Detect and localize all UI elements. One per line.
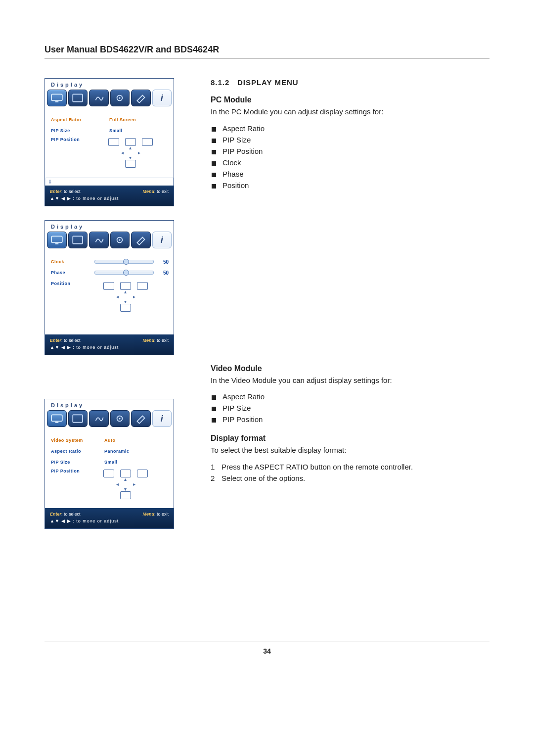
- video-module-heading: Video Module: [211, 364, 490, 373]
- slider-value: 50: [157, 270, 169, 276]
- osd-panel-video: Display i Video SystemAuto Aspect RatioP…: [44, 399, 174, 529]
- svg-point-4: [119, 97, 121, 98]
- list-item: PIP Size: [211, 402, 490, 414]
- osd-footer: Enter: to selectMenu: to exit ▲▼ ◀ ▶ : t…: [45, 334, 174, 355]
- tools-tab-icon: [131, 410, 151, 427]
- osd-title: Display: [45, 221, 174, 231]
- list-item: 2Select one of the options.: [211, 472, 490, 484]
- osd-footer: Enter: to selectMenu: to exit ▲▼ ◀ ▶ : t…: [45, 186, 174, 206]
- video-module-list: Aspect Ratio PIP Size PIP Position: [211, 391, 490, 425]
- svg-rect-5: [51, 236, 62, 242]
- row-label: Clock: [51, 259, 94, 264]
- list-item: Phase: [211, 168, 490, 180]
- scroll-down-icon: ⇩: [45, 178, 174, 186]
- osd-tabs: i: [45, 89, 174, 108]
- settings-tab-icon: [110, 232, 130, 248]
- list-item: 1Press the ASPECT RATIO button on the re…: [211, 461, 490, 472]
- osd-title: Display: [45, 79, 174, 89]
- display-format-heading: Display format: [211, 434, 490, 443]
- slider: [94, 260, 154, 264]
- picture-tab-icon: [68, 90, 88, 106]
- pip-position-widget: ◂ ▸ ▴ ▾: [103, 470, 148, 498]
- row-value: Panoramic: [104, 449, 130, 454]
- osd-panel-pc2: Display i Clock50 Phase50 Position: [44, 220, 174, 355]
- row-label: PIP Position: [51, 137, 94, 142]
- list-item: PIP Size: [211, 134, 490, 145]
- list-item: PIP Position: [211, 414, 490, 425]
- svg-rect-2: [73, 94, 83, 101]
- display-tab-icon: [47, 232, 67, 248]
- list-item: PIP Position: [211, 145, 490, 157]
- audio-tab-icon: [89, 232, 109, 248]
- info-tab-icon: i: [152, 232, 172, 248]
- pc-module-intro: In the PC Module you can adjust display …: [211, 106, 490, 118]
- svg-rect-10: [51, 415, 62, 421]
- row-label: PIP Size: [51, 460, 94, 465]
- display-tab-icon: [47, 410, 67, 427]
- row-value: Small: [109, 128, 123, 133]
- audio-tab-icon: [89, 410, 109, 427]
- settings-tab-icon: [110, 90, 130, 106]
- display-tab-icon: [47, 90, 67, 106]
- list-item: Aspect Ratio: [211, 391, 490, 402]
- pc-module-heading: PC Module: [211, 95, 490, 104]
- row-label: Phase: [51, 270, 94, 275]
- row-value: Full Screen: [109, 117, 136, 122]
- row-value: Auto: [104, 438, 116, 443]
- tools-tab-icon: [131, 90, 151, 106]
- list-item: Aspect Ratio: [211, 123, 490, 134]
- svg-rect-6: [55, 243, 59, 244]
- osd-footer: Enter: to selectMenu: to exit ▲▼ ◀ ▶ : t…: [45, 508, 174, 528]
- display-format-intro: To select the best suitable display form…: [211, 445, 490, 456]
- slider: [94, 271, 154, 275]
- row-label: PIP Size: [51, 128, 94, 133]
- row-value: Small: [104, 460, 118, 465]
- row-label: Aspect Ratio: [51, 117, 94, 122]
- text-column: 8.1.2 DISPLAY MENU PC Module In the PC M…: [211, 78, 490, 543]
- list-item: Clock: [211, 157, 490, 168]
- tools-tab-icon: [131, 232, 151, 248]
- list-item: Position: [211, 180, 490, 191]
- picture-tab-icon: [68, 410, 88, 427]
- settings-tab-icon: [110, 410, 130, 427]
- row-label: PIP Position: [51, 469, 94, 473]
- picture-tab-icon: [68, 232, 88, 248]
- svg-rect-0: [51, 94, 62, 100]
- position-widget: ◂ ▸ ▴ ▾: [103, 282, 148, 311]
- audio-tab-icon: [89, 90, 109, 106]
- manual-header: User Manual BDS4622V/R and BDS4624R: [44, 45, 490, 58]
- info-tab-icon: i: [152, 90, 172, 106]
- page-footer: 34: [44, 642, 490, 655]
- pc-module-list: Aspect Ratio PIP Size PIP Position Clock…: [211, 123, 490, 191]
- svg-rect-11: [55, 422, 59, 423]
- svg-point-14: [119, 418, 121, 419]
- svg-rect-1: [55, 101, 59, 102]
- row-label: Aspect Ratio: [51, 449, 94, 454]
- slider-value: 50: [157, 259, 169, 265]
- svg-point-9: [119, 239, 121, 240]
- osd-panel-pc1: Display i Aspect RatioFull Screen PIP Si…: [44, 78, 174, 206]
- video-module-intro: In the Video Module you can adjust displ…: [211, 375, 490, 386]
- section-heading: 8.1.2 DISPLAY MENU: [211, 78, 490, 87]
- pip-position-widget: ◂ ▸ ▴ ▾: [108, 138, 153, 167]
- row-label: Position: [51, 281, 94, 286]
- svg-rect-12: [73, 415, 83, 422]
- row-label: Video System: [51, 438, 94, 443]
- osd-title: Display: [45, 399, 174, 409]
- svg-rect-7: [73, 236, 83, 243]
- figures-column: Display i Aspect RatioFull Screen PIP Si…: [44, 78, 193, 543]
- info-tab-icon: i: [152, 410, 172, 427]
- display-format-steps: 1Press the ASPECT RATIO button on the re…: [211, 461, 490, 484]
